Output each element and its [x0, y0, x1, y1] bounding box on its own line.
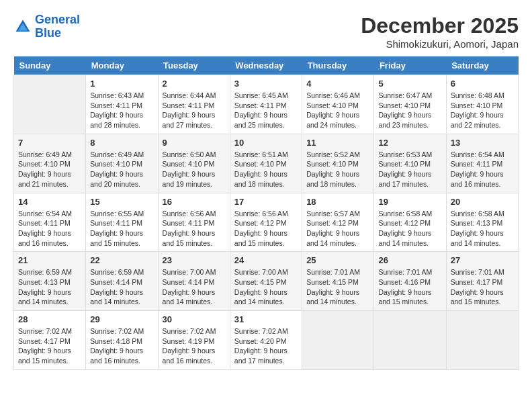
calendar-cell: 22Sunrise: 6:59 AMSunset: 4:14 PMDayligh… — [86, 252, 158, 311]
calendar-cell: 13Sunrise: 6:54 AMSunset: 4:11 PMDayligh… — [446, 134, 518, 193]
day-detail: Sunrise: 6:56 AMSunset: 4:12 PMDaylight:… — [234, 209, 298, 248]
day-number: 17 — [234, 197, 298, 207]
day-number: 18 — [306, 197, 369, 207]
calendar-cell: 4Sunrise: 6:46 AMSunset: 4:10 PMDaylight… — [302, 75, 374, 134]
day-detail: Sunrise: 6:54 AMSunset: 4:11 PMDaylight:… — [18, 209, 81, 248]
calendar-cell: 7Sunrise: 6:49 AMSunset: 4:10 PMDaylight… — [14, 134, 86, 193]
day-number: 11 — [306, 138, 369, 148]
day-number: 27 — [451, 255, 514, 265]
calendar-cell: 24Sunrise: 7:00 AMSunset: 4:15 PMDayligh… — [230, 252, 302, 311]
day-detail: Sunrise: 6:43 AMSunset: 4:11 PMDaylight:… — [90, 91, 153, 130]
calendar-table: SundayMondayTuesdayWednesdayThursdayFrid… — [13, 56, 519, 370]
weekday-header-friday: Friday — [374, 56, 446, 75]
weekday-header-thursday: Thursday — [302, 56, 374, 75]
day-number: 30 — [163, 314, 226, 324]
day-number: 12 — [378, 138, 441, 148]
calendar-cell: 23Sunrise: 7:00 AMSunset: 4:14 PMDayligh… — [158, 252, 230, 311]
calendar-cell: 12Sunrise: 6:53 AMSunset: 4:10 PMDayligh… — [374, 134, 446, 193]
calendar-week-3: 14Sunrise: 6:54 AMSunset: 4:11 PMDayligh… — [14, 193, 519, 252]
day-detail: Sunrise: 6:55 AMSunset: 4:11 PMDaylight:… — [90, 209, 153, 248]
calendar-cell: 26Sunrise: 7:01 AMSunset: 4:16 PMDayligh… — [374, 252, 446, 311]
day-detail: Sunrise: 7:00 AMSunset: 4:15 PMDaylight:… — [234, 267, 298, 307]
day-detail: Sunrise: 6:57 AMSunset: 4:12 PMDaylight:… — [306, 209, 369, 248]
calendar-cell: 30Sunrise: 7:02 AMSunset: 4:19 PMDayligh… — [158, 311, 230, 370]
day-number: 4 — [306, 79, 369, 89]
day-number: 22 — [90, 255, 153, 265]
day-detail: Sunrise: 6:49 AMSunset: 4:10 PMDaylight:… — [18, 150, 81, 189]
day-number: 31 — [234, 314, 298, 324]
logo-line1: General — [35, 13, 80, 26]
day-number: 1 — [90, 79, 153, 89]
calendar-cell: 31Sunrise: 7:02 AMSunset: 4:20 PMDayligh… — [230, 311, 302, 370]
day-detail: Sunrise: 6:58 AMSunset: 4:13 PMDaylight:… — [451, 209, 514, 248]
day-detail: Sunrise: 6:52 AMSunset: 4:10 PMDaylight:… — [306, 150, 369, 189]
calendar-cell: 1Sunrise: 6:43 AMSunset: 4:11 PMDaylight… — [86, 75, 158, 134]
day-detail: Sunrise: 7:02 AMSunset: 4:20 PMDaylight:… — [234, 326, 298, 366]
calendar-cell — [302, 311, 374, 370]
day-number: 8 — [90, 138, 153, 148]
day-detail: Sunrise: 6:49 AMSunset: 4:10 PMDaylight:… — [90, 150, 153, 189]
day-number: 5 — [378, 79, 441, 89]
day-number: 28 — [18, 314, 81, 324]
calendar-cell: 8Sunrise: 6:49 AMSunset: 4:10 PMDaylight… — [86, 134, 158, 193]
calendar-cell: 16Sunrise: 6:56 AMSunset: 4:11 PMDayligh… — [158, 193, 230, 252]
day-detail: Sunrise: 6:48 AMSunset: 4:10 PMDaylight:… — [451, 91, 514, 130]
calendar-cell: 6Sunrise: 6:48 AMSunset: 4:10 PMDaylight… — [446, 75, 518, 134]
calendar-cell: 10Sunrise: 6:51 AMSunset: 4:10 PMDayligh… — [230, 134, 302, 193]
day-number: 2 — [163, 79, 226, 89]
weekday-header-sunday: Sunday — [14, 56, 86, 75]
day-detail: Sunrise: 6:59 AMSunset: 4:14 PMDaylight:… — [90, 267, 153, 307]
day-number: 23 — [163, 255, 226, 265]
calendar-week-2: 7Sunrise: 6:49 AMSunset: 4:10 PMDaylight… — [14, 134, 519, 193]
day-number: 25 — [306, 255, 369, 265]
calendar-cell: 15Sunrise: 6:55 AMSunset: 4:11 PMDayligh… — [86, 193, 158, 252]
calendar-cell: 5Sunrise: 6:47 AMSunset: 4:10 PMDaylight… — [374, 75, 446, 134]
day-detail: Sunrise: 6:47 AMSunset: 4:10 PMDaylight:… — [378, 91, 441, 130]
weekday-header-wednesday: Wednesday — [230, 56, 302, 75]
calendar-cell — [446, 311, 518, 370]
calendar-cell: 27Sunrise: 7:01 AMSunset: 4:17 PMDayligh… — [446, 252, 518, 311]
calendar-cell: 14Sunrise: 6:54 AMSunset: 4:11 PMDayligh… — [14, 193, 86, 252]
day-number: 26 — [378, 255, 441, 265]
day-detail: Sunrise: 7:02 AMSunset: 4:17 PMDaylight:… — [18, 326, 81, 366]
calendar-cell — [374, 311, 446, 370]
day-number: 15 — [90, 197, 153, 207]
day-detail: Sunrise: 7:01 AMSunset: 4:15 PMDaylight:… — [306, 267, 369, 307]
title-block: December 2025 Shimokizukuri, Aomori, Jap… — [361, 13, 519, 50]
day-detail: Sunrise: 6:54 AMSunset: 4:11 PMDaylight:… — [451, 150, 514, 189]
location-subtitle: Shimokizukuri, Aomori, Japan — [361, 38, 519, 50]
calendar-cell: 11Sunrise: 6:52 AMSunset: 4:10 PMDayligh… — [302, 134, 374, 193]
calendar-cell: 29Sunrise: 7:02 AMSunset: 4:18 PMDayligh… — [86, 311, 158, 370]
day-detail: Sunrise: 6:53 AMSunset: 4:10 PMDaylight:… — [378, 150, 441, 189]
day-number: 3 — [234, 79, 298, 89]
day-number: 29 — [90, 314, 153, 324]
day-number: 24 — [234, 255, 298, 265]
calendar-cell: 2Sunrise: 6:44 AMSunset: 4:11 PMDaylight… — [158, 75, 230, 134]
page-header: General Blue December 2025 Shimokizukuri… — [13, 13, 519, 50]
day-detail: Sunrise: 6:46 AMSunset: 4:10 PMDaylight:… — [306, 91, 369, 130]
day-number: 16 — [163, 197, 226, 207]
calendar-body: 1Sunrise: 6:43 AMSunset: 4:11 PMDaylight… — [14, 75, 519, 370]
calendar-week-5: 28Sunrise: 7:02 AMSunset: 4:17 PMDayligh… — [14, 311, 519, 370]
logo-line2: Blue — [35, 26, 61, 40]
weekday-header-saturday: Saturday — [446, 56, 518, 75]
day-detail: Sunrise: 7:01 AMSunset: 4:16 PMDaylight:… — [378, 267, 441, 307]
day-number: 19 — [378, 197, 441, 207]
day-detail: Sunrise: 6:50 AMSunset: 4:10 PMDaylight:… — [163, 150, 226, 189]
logo: General Blue — [13, 13, 80, 40]
calendar-cell: 17Sunrise: 6:56 AMSunset: 4:12 PMDayligh… — [230, 193, 302, 252]
day-number: 14 — [18, 197, 81, 207]
day-detail: Sunrise: 6:44 AMSunset: 4:11 PMDaylight:… — [163, 91, 226, 130]
day-number: 21 — [18, 255, 81, 265]
day-number: 10 — [234, 138, 298, 148]
month-title: December 2025 — [361, 13, 519, 38]
calendar-cell: 9Sunrise: 6:50 AMSunset: 4:10 PMDaylight… — [158, 134, 230, 193]
day-number: 9 — [163, 138, 226, 148]
calendar-cell: 18Sunrise: 6:57 AMSunset: 4:12 PMDayligh… — [302, 193, 374, 252]
day-detail: Sunrise: 6:56 AMSunset: 4:11 PMDaylight:… — [163, 209, 226, 248]
logo-text: General Blue — [35, 13, 80, 40]
calendar-cell: 25Sunrise: 7:01 AMSunset: 4:15 PMDayligh… — [302, 252, 374, 311]
calendar-cell: 28Sunrise: 7:02 AMSunset: 4:17 PMDayligh… — [14, 311, 86, 370]
day-number: 13 — [451, 138, 514, 148]
day-detail: Sunrise: 7:00 AMSunset: 4:14 PMDaylight:… — [163, 267, 226, 307]
